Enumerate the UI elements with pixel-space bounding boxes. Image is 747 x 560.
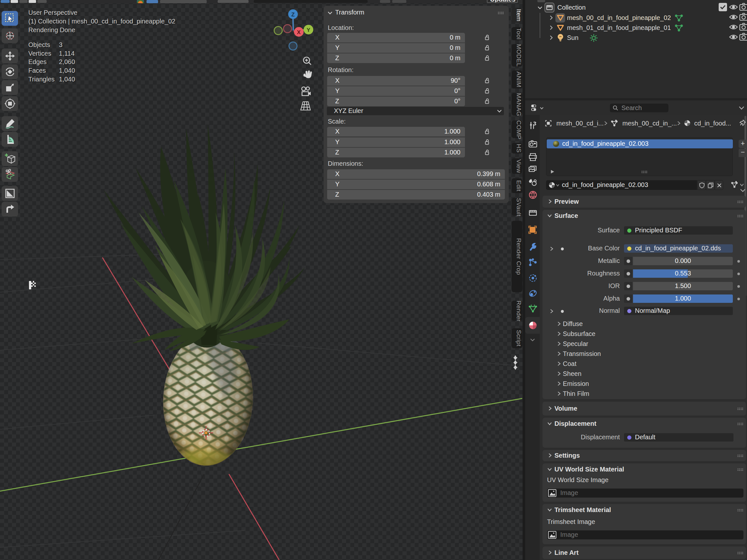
svg-text:Y: Y	[307, 27, 310, 33]
svg-text:X: X	[297, 29, 301, 35]
svg-text:Z: Z	[291, 11, 294, 18]
